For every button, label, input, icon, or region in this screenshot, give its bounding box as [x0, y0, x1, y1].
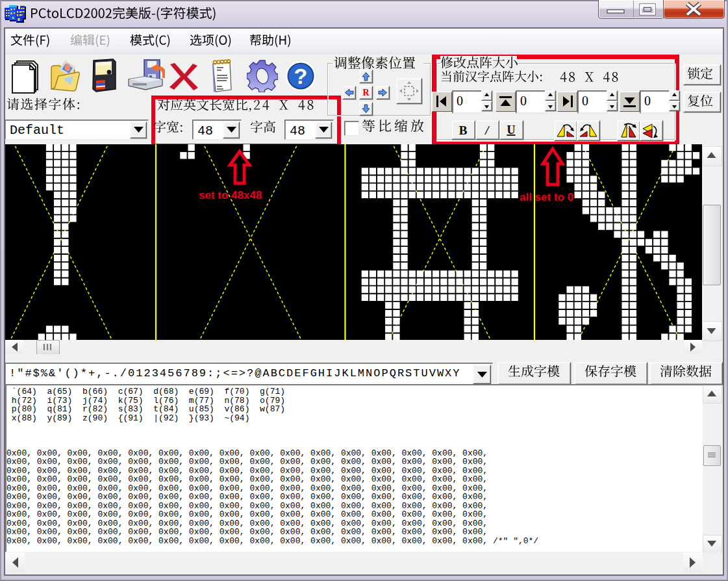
svg-text:/: / — [484, 123, 490, 137]
svg-text:R: R — [362, 88, 370, 97]
svg-text:?: ? — [294, 64, 308, 88]
svg-text:U: U — [507, 123, 516, 136]
svg-text:B: B — [459, 123, 468, 137]
